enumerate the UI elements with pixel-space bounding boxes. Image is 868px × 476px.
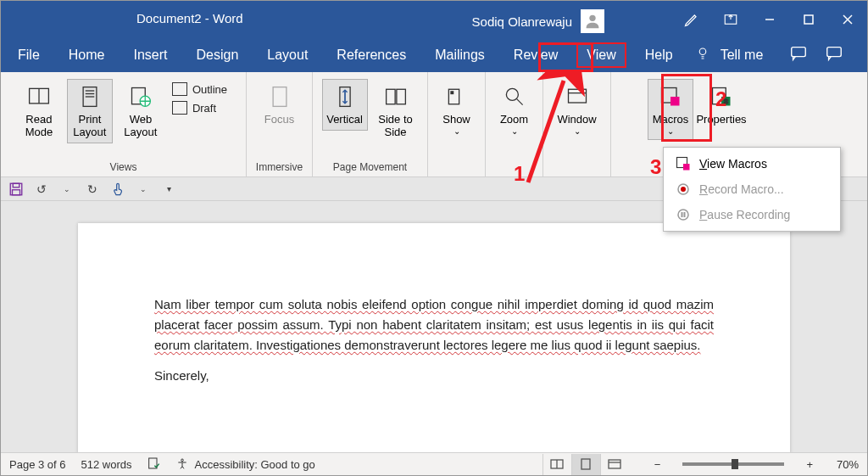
document-signoff: Sincerely, bbox=[154, 366, 714, 386]
views-group-label: Views bbox=[8, 159, 239, 176]
chevron-down-icon: ⌄ bbox=[453, 126, 460, 137]
svg-rect-29 bbox=[670, 97, 680, 106]
chevron-down-icon: ⌄ bbox=[574, 126, 581, 137]
undo-chevron[interactable]: ⌄ bbox=[58, 181, 75, 198]
vertical-button[interactable]: Vertical bbox=[322, 79, 368, 131]
svg-rect-42 bbox=[684, 212, 686, 217]
svg-rect-37 bbox=[683, 164, 690, 171]
svg-point-39 bbox=[681, 187, 686, 192]
tell-me[interactable]: Tell me bbox=[719, 42, 774, 68]
draft-label: Draft bbox=[192, 102, 216, 115]
macros-label: Macros bbox=[653, 114, 689, 126]
svg-point-0 bbox=[589, 15, 595, 21]
zoom-label: Zoom bbox=[500, 114, 528, 126]
zoom-percentage[interactable]: 70% bbox=[837, 458, 859, 471]
chevron-down-icon: ⌄ bbox=[667, 126, 674, 137]
window-icon bbox=[564, 83, 591, 110]
tab-help[interactable]: Help bbox=[635, 42, 683, 68]
tab-review[interactable]: Review bbox=[504, 42, 568, 68]
svg-rect-48 bbox=[581, 459, 590, 469]
svg-point-6 bbox=[699, 48, 706, 55]
minimize-button[interactable] bbox=[750, 1, 789, 38]
redo-button[interactable]: ↻ bbox=[84, 181, 101, 198]
focus-button: Focus bbox=[257, 79, 303, 131]
svg-rect-49 bbox=[609, 460, 620, 468]
user-name: Sodiq Olanrewaju bbox=[472, 14, 572, 29]
side-to-side-button[interactable]: Side to Side bbox=[373, 79, 419, 143]
tab-mailings[interactable]: Mailings bbox=[425, 42, 495, 68]
word-count[interactable]: 512 words bbox=[81, 458, 132, 471]
web-layout-button[interactable]: Web Layout bbox=[118, 79, 164, 143]
tab-insert[interactable]: Insert bbox=[123, 42, 177, 68]
zoom-in-button[interactable]: + bbox=[806, 458, 813, 471]
vertical-label: Vertical bbox=[326, 114, 363, 126]
outline-button[interactable]: Outline bbox=[169, 81, 231, 98]
svg-line-25 bbox=[516, 99, 522, 105]
close-button[interactable] bbox=[828, 1, 867, 38]
macros-button[interactable]: Macros ⌄ bbox=[648, 79, 693, 140]
tab-home[interactable]: Home bbox=[58, 42, 115, 68]
svg-rect-34 bbox=[13, 183, 19, 188]
window-button[interactable]: Window ⌄ bbox=[554, 79, 600, 140]
tab-file[interactable]: File bbox=[8, 42, 50, 68]
document-paragraph: Nam liber tempor cum soluta nobis eleife… bbox=[154, 294, 714, 356]
show-button[interactable]: Show ⌄ bbox=[434, 79, 480, 140]
maximize-button[interactable] bbox=[789, 1, 828, 38]
pause-recording-label: ause Recording bbox=[707, 208, 790, 221]
tab-layout[interactable]: Layout bbox=[257, 42, 318, 68]
svg-rect-20 bbox=[386, 89, 395, 104]
print-layout-icon bbox=[76, 83, 103, 110]
share-icon[interactable] bbox=[825, 44, 843, 66]
tab-design[interactable]: Design bbox=[186, 42, 248, 68]
draft-button[interactable]: Draft bbox=[169, 99, 231, 116]
read-mode-view-button[interactable] bbox=[542, 454, 571, 475]
show-icon bbox=[443, 83, 470, 110]
page-indicator[interactable]: Page 3 of 6 bbox=[9, 458, 66, 471]
svg-rect-22 bbox=[448, 89, 459, 104]
save-button[interactable] bbox=[8, 181, 25, 198]
immersive-group-label: Immersive bbox=[253, 159, 305, 176]
tab-view[interactable]: View bbox=[576, 42, 626, 68]
chevron-down-icon: ⌄ bbox=[511, 126, 518, 137]
svg-point-40 bbox=[678, 210, 688, 220]
zoom-button[interactable]: Zoom ⌄ bbox=[492, 79, 537, 140]
read-mode-icon bbox=[25, 83, 53, 110]
page-movement-group-label: Page Movement bbox=[320, 159, 420, 176]
tab-references[interactable]: References bbox=[326, 42, 416, 68]
focus-icon bbox=[266, 83, 293, 110]
record-macro-label: ecord Macro... bbox=[708, 182, 783, 196]
properties-label: Properties bbox=[696, 114, 746, 126]
record-icon bbox=[676, 182, 691, 197]
undo-button[interactable]: ↺ bbox=[33, 181, 50, 198]
document-page[interactable]: Nam liber tempor cum soluta nobis eleife… bbox=[78, 223, 790, 454]
print-layout-button[interactable]: Print Layout bbox=[67, 79, 113, 143]
zoom-slider[interactable] bbox=[682, 462, 784, 466]
read-mode-label: Read Mode bbox=[19, 114, 59, 139]
avatar[interactable] bbox=[581, 9, 604, 33]
svg-point-45 bbox=[181, 459, 184, 462]
focus-label: Focus bbox=[264, 114, 294, 126]
svg-rect-7 bbox=[792, 48, 806, 57]
properties-button[interactable]: S Properties bbox=[698, 79, 744, 131]
qat-customize[interactable]: ▾ bbox=[160, 181, 177, 198]
window-label: Window bbox=[557, 114, 596, 126]
touch-mode-button[interactable] bbox=[109, 181, 126, 198]
read-mode-button[interactable]: Read Mode bbox=[16, 79, 62, 143]
accessibility-status[interactable]: Accessibility: Good to go bbox=[175, 457, 314, 471]
comments-icon[interactable] bbox=[789, 44, 808, 66]
zoom-out-button[interactable]: − bbox=[654, 458, 661, 471]
side-to-side-label: Side to Side bbox=[376, 114, 416, 139]
side-to-side-icon bbox=[382, 83, 409, 110]
svg-rect-17 bbox=[273, 87, 287, 107]
svg-point-24 bbox=[506, 88, 518, 100]
view-macros-label: iew Macros bbox=[707, 157, 767, 171]
spellcheck-icon[interactable] bbox=[147, 456, 160, 473]
web-layout-icon bbox=[127, 83, 154, 110]
web-layout-view-button[interactable] bbox=[600, 454, 629, 475]
svg-rect-41 bbox=[682, 212, 683, 217]
print-layout-view-button[interactable] bbox=[571, 454, 600, 475]
view-macros-item[interactable]: View Macros bbox=[664, 151, 840, 176]
touch-chevron[interactable]: ⌄ bbox=[135, 181, 152, 198]
pen-icon[interactable] bbox=[672, 1, 711, 38]
ribbon-display-icon[interactable] bbox=[711, 1, 750, 38]
